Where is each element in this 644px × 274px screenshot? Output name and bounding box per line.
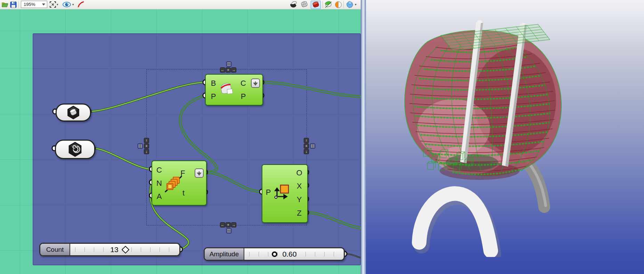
count-slider-track[interactable]: 13 [70, 244, 179, 255]
marquee-nudge-left-button[interactable]: ← [220, 67, 225, 73]
marquee-nudge-down-button[interactable]: ↓ [144, 149, 149, 154]
marquee-nudge-down-button[interactable]: ↓ [304, 149, 309, 154]
port-label-P-out: P [241, 92, 246, 101]
port-label-Z: Z [297, 209, 301, 218]
brep-param-icon [66, 105, 81, 120]
deconstruct-plane-node[interactable]: P O X Y Z [262, 164, 308, 223]
port-label-C: C [241, 79, 246, 88]
marquee-menu-button[interactable] [138, 143, 143, 149]
amplitude-slider[interactable]: Amplitude 0.60 [204, 247, 345, 261]
toolbar-separator [343, 1, 344, 8]
port-label-P: P [266, 188, 271, 197]
zoom-level-value: 195% [24, 2, 35, 7]
marquee-menu-button[interactable] [226, 228, 231, 233]
marquee-nudge-right-button[interactable]: → [231, 222, 236, 227]
amplitude-slider-grip[interactable] [272, 251, 277, 257]
preview-shaded-icon[interactable] [311, 1, 321, 9]
display-mode-icon[interactable] [345, 1, 354, 8]
graft-arrow-button[interactable] [251, 78, 260, 88]
port-label-B: B [211, 79, 216, 88]
open-file-icon[interactable] [1, 1, 9, 8]
curve-param-node[interactable] [55, 140, 95, 159]
grasshopper-rhino-window: { "toolbar": { "zoom_value": "195%", "le… [0, 0, 644, 274]
rhino-viewport-3d[interactable] [366, 0, 644, 274]
count-slider-label: Count [40, 244, 70, 255]
marquee-nudge-right-button[interactable]: → [231, 67, 236, 73]
window-divider[interactable] [361, 0, 366, 274]
port-label-N: N [156, 179, 162, 188]
amplitude-slider-track[interactable]: 0.60 [244, 248, 344, 260]
port-label-Y: Y [297, 195, 302, 204]
preview-selected-only-icon[interactable] [324, 1, 333, 8]
gh-canvas[interactable]: B P C P C N A F t P O X Y [0, 9, 361, 274]
preview-off-icon[interactable] [289, 1, 297, 8]
preview-mesh-quality-icon[interactable] [334, 1, 342, 8]
marquee-center-button[interactable]: + [226, 222, 231, 227]
port-label-C: C [156, 166, 162, 175]
toolbar-separator [323, 1, 323, 8]
port-label-P: P [211, 92, 216, 101]
display-mode-caret[interactable]: ▾ [355, 3, 357, 6]
brep-plane-node[interactable]: B P C P [205, 74, 263, 106]
zoom-level-dropdown[interactable]: 195% [21, 1, 47, 8]
toolbar-separator [18, 1, 19, 8]
save-file-icon[interactable] [9, 1, 17, 8]
count-slider[interactable]: Count 13 [39, 243, 180, 256]
perp-frames-node[interactable]: C N A F t [152, 160, 207, 206]
marquee-menu-button[interactable] [226, 61, 231, 67]
chair-model-preview [382, 14, 577, 257]
marquee-center-button[interactable]: + [226, 67, 231, 73]
port-label-X: X [297, 182, 302, 191]
preview-wireframe-icon[interactable] [300, 1, 309, 8]
curve-param-icon [67, 141, 83, 157]
port-label-O: O [296, 168, 302, 177]
marquee-center-button[interactable]: + [144, 143, 149, 149]
deconstruct-plane-icon [274, 184, 291, 200]
amplitude-slider-value: 0.60 [283, 250, 297, 258]
marquee-center-button[interactable]: + [304, 143, 309, 149]
marquee-menu-button[interactable] [310, 143, 315, 149]
port-label-A: A [157, 192, 162, 201]
marquee-nudge-left-button[interactable]: ← [220, 222, 225, 227]
gh-toolbar: 195% ▾ ▾ ▾ [0, 0, 361, 9]
amplitude-slider-label: Amplitude [205, 248, 244, 260]
brep-plane-icon [219, 80, 235, 99]
preview-visibility-icon[interactable] [62, 1, 72, 8]
graft-arrow-button[interactable] [195, 168, 204, 178]
sketch-tool-icon[interactable] [76, 1, 85, 8]
marquee-nudge-up-button[interactable]: ↑ [144, 138, 149, 143]
preview-visibility-caret[interactable]: ▾ [72, 3, 74, 6]
brep-param-node[interactable] [56, 103, 91, 122]
count-slider-value: 13 [110, 246, 118, 254]
zoom-extents-icon[interactable] [49, 1, 57, 8]
zoom-extents-caret[interactable]: ▾ [57, 3, 58, 6]
marquee-nudge-up-button[interactable]: ↑ [304, 138, 309, 143]
perp-frames-icon [163, 174, 184, 194]
count-slider-grip[interactable] [122, 246, 130, 254]
